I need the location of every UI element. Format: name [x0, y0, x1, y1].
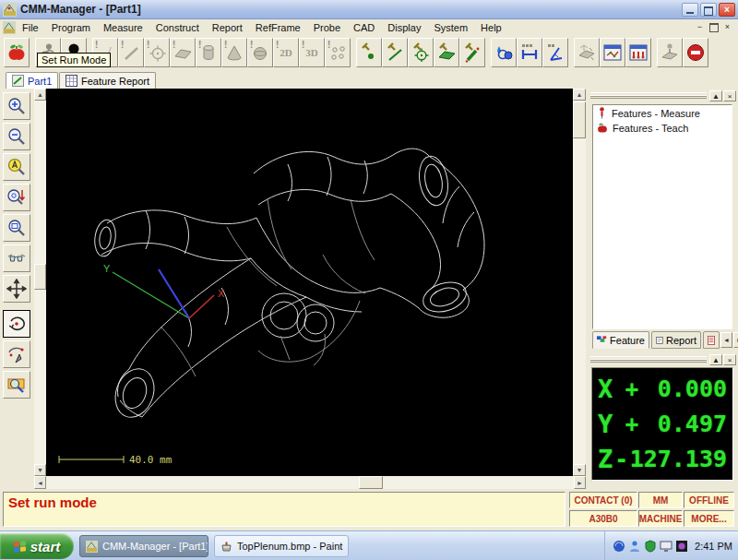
- mdi-restore-button[interactable]: [707, 21, 720, 33]
- measure-circle-button[interactable]: !: [144, 38, 170, 67]
- dro-window-icon: [628, 42, 649, 63]
- menu-measure[interactable]: Measure: [97, 21, 149, 34]
- tray-messenger-icon[interactable]: [628, 540, 641, 553]
- view-orientation-button[interactable]: [3, 244, 30, 272]
- measure-cone-button[interactable]: !: [221, 38, 247, 67]
- status-more[interactable]: MORE...: [684, 510, 734, 527]
- restore-button[interactable]: [700, 3, 717, 17]
- stop-icon: [685, 42, 706, 63]
- teach-cylinder-button[interactable]: [459, 38, 485, 67]
- measure-plane-button[interactable]: !: [170, 38, 196, 67]
- feature-panel-dockbar[interactable]: ▲ ×: [588, 89, 737, 102]
- measure-line-button[interactable]: !: [118, 38, 144, 67]
- close-button[interactable]: ×: [719, 3, 735, 17]
- menu-cad[interactable]: CAD: [347, 21, 381, 34]
- scroll-thumb[interactable]: [34, 264, 46, 290]
- probe-plane-button[interactable]: [657, 38, 683, 67]
- tab-feature-report[interactable]: Feature Report: [59, 72, 156, 89]
- panel-close-button[interactable]: ×: [723, 90, 736, 101]
- taskbar-task-cmm[interactable]: CMM-Manager - [Part1]: [79, 535, 208, 557]
- menu-help[interactable]: Help: [474, 21, 508, 34]
- menu-probe[interactable]: Probe: [307, 21, 347, 34]
- zoom-out-button[interactable]: [3, 123, 30, 150]
- mdi-close-button[interactable]: ×: [720, 21, 734, 33]
- zoom-locate-button[interactable]: [3, 371, 30, 399]
- dro-panel-dockbar[interactable]: ▲ ×: [588, 353, 737, 366]
- teach-plane-button[interactable]: [434, 38, 459, 67]
- scroll-thumb[interactable]: [573, 101, 586, 138]
- tray-display-icon[interactable]: [660, 540, 673, 553]
- menu-report[interactable]: Report: [206, 21, 249, 34]
- rotate-button[interactable]: [3, 310, 30, 338]
- graph-window-button[interactable]: [600, 38, 625, 67]
- measure-sphere-button[interactable]: !: [247, 38, 273, 67]
- zoom-selected-button[interactable]: [3, 184, 30, 211]
- panel-collapse-button[interactable]: ▲: [709, 354, 722, 365]
- tab-scroll-right-button[interactable]: ►: [733, 332, 738, 348]
- viewport-horizontal-scrollbar[interactable]: ◄ ►: [34, 476, 586, 489]
- zoom-in-button[interactable]: [3, 92, 30, 120]
- tab-part1[interactable]: Part1: [6, 72, 58, 89]
- tray-antivirus-icon[interactable]: [644, 540, 657, 553]
- list-item-features-teach[interactable]: Features - Teach: [593, 120, 732, 135]
- panel-close-button[interactable]: ×: [723, 354, 736, 365]
- scroll-thumb[interactable]: [359, 476, 383, 489]
- rotate-about-axis-button[interactable]: [3, 340, 30, 368]
- tolerance-compare-button[interactable]: [491, 38, 517, 67]
- status-probe[interactable]: A30B0: [569, 510, 637, 527]
- scroll-down-button[interactable]: ▼: [34, 464, 46, 476]
- teach-line-button[interactable]: [382, 38, 408, 67]
- tray-media-icon[interactable]: [675, 540, 688, 553]
- menu-construct[interactable]: Construct: [149, 21, 206, 34]
- status-machine[interactable]: MACHINE: [638, 510, 683, 527]
- feature-list[interactable]: Features - Measure Features - Teach: [592, 104, 732, 329]
- menu-refframe[interactable]: RefFrame: [249, 21, 307, 34]
- measure-3d-button[interactable]: ! 3D: [299, 38, 325, 67]
- start-button[interactable]: start: [0, 533, 74, 559]
- panel-collapse-button[interactable]: ▲: [709, 90, 722, 101]
- taskbar-task-paint[interactable]: TopPlenum.bmp - Paint: [214, 535, 349, 557]
- hammer-plane-icon: [436, 42, 457, 63]
- tab-scroll-left-button[interactable]: ◄: [720, 332, 732, 348]
- stop-button[interactable]: [683, 38, 708, 67]
- feature-panel: ▲ × Features - Measure Features - Teach: [587, 89, 738, 489]
- scroll-up-button[interactable]: ▲: [34, 89, 46, 101]
- zoom-window-button[interactable]: [3, 214, 30, 242]
- scroll-right-button[interactable]: ►: [574, 476, 586, 489]
- menu-file[interactable]: File: [16, 21, 45, 34]
- tolerance-angle-button[interactable]: [542, 38, 568, 67]
- measure-cylinder-button[interactable]: !: [196, 38, 221, 67]
- measure-2d-button[interactable]: ! 2D: [273, 38, 299, 67]
- cad-viewport[interactable]: Y X 40.0 mm: [46, 89, 573, 476]
- tolerance-distance-button[interactable]: [517, 38, 542, 67]
- menu-program[interactable]: Program: [45, 21, 97, 34]
- teach-point-button[interactable]: [356, 38, 382, 67]
- tab-list[interactable]: [703, 331, 720, 349]
- dock-grip[interactable]: [590, 92, 707, 99]
- menu-system[interactable]: System: [427, 21, 474, 34]
- tab-report[interactable]: Report: [651, 331, 701, 349]
- teach-apple-button[interactable]: [4, 38, 30, 67]
- tab-feature[interactable]: Feature: [592, 331, 649, 349]
- teach-circle-button[interactable]: [408, 38, 434, 67]
- scroll-left-button[interactable]: ◄: [34, 476, 46, 489]
- viewport-right-scrollbar[interactable]: ▲ ▼: [573, 89, 586, 476]
- viewport-left-scrollbar[interactable]: ▲ ▼: [34, 89, 46, 476]
- list-item-features-measure[interactable]: Features - Measure: [593, 105, 732, 120]
- measure-pattern-button[interactable]: !: [325, 38, 351, 67]
- mdi-minimize-button[interactable]: −: [693, 21, 707, 33]
- status-connection[interactable]: OFFLINE: [684, 492, 734, 508]
- cnc-sequence-button[interactable]: [574, 38, 600, 67]
- scroll-up-button[interactable]: ▲: [573, 89, 586, 101]
- menu-display[interactable]: Display: [381, 21, 427, 34]
- menu-bar: File Program Measure Construct Report Re…: [0, 19, 738, 35]
- dro-window-button[interactable]: [625, 38, 651, 67]
- status-units[interactable]: MM: [638, 492, 683, 508]
- zoom-all-button[interactable]: [3, 153, 30, 181]
- minimize-button[interactable]: [682, 3, 698, 17]
- scroll-down-button[interactable]: ▼: [573, 464, 586, 476]
- status-contact[interactable]: CONTACT (0): [569, 492, 637, 508]
- dock-grip[interactable]: [590, 356, 707, 363]
- pan-button[interactable]: [3, 275, 30, 303]
- tray-network-icon[interactable]: [613, 540, 625, 553]
